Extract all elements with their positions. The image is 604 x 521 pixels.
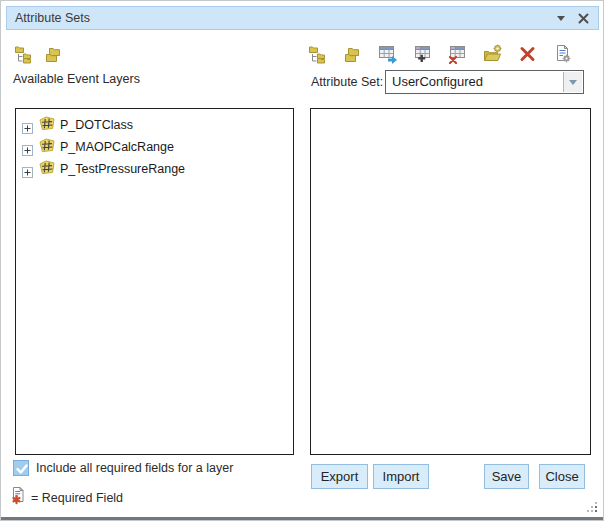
- required-field-icon: [10, 486, 26, 510]
- tree-row[interactable]: P_MAOPCalcRange: [16, 136, 293, 158]
- event-layer-icon: [39, 160, 55, 179]
- chevron-down-icon: [569, 80, 577, 85]
- tree-label[interactable]: P_MAOPCalcRange: [60, 140, 174, 154]
- table-remove-icon[interactable]: [448, 44, 468, 64]
- delete-x-icon[interactable]: [518, 44, 538, 64]
- include-required-checkbox[interactable]: [13, 460, 29, 476]
- properties-gear-icon[interactable]: [553, 44, 573, 64]
- expand-all-tree-icon[interactable]: [308, 44, 328, 64]
- plus-expander-icon[interactable]: [22, 120, 33, 131]
- table-add-icon[interactable]: [413, 44, 433, 64]
- attribute-set-contents-panel[interactable]: [310, 108, 591, 455]
- available-event-layers-panel[interactable]: P_DOTClass P_MAOPCalcRange P_TestPress: [15, 108, 294, 455]
- event-layer-icon: [39, 138, 55, 157]
- expand-all-tree-icon[interactable]: [14, 44, 34, 64]
- attribute-set-combobox[interactable]: UserConfigured: [385, 70, 584, 94]
- tree-label[interactable]: P_TestPressureRange: [60, 162, 185, 176]
- open-folder-new-icon[interactable]: [483, 44, 503, 64]
- available-event-layers-label: Available Event Layers: [13, 72, 140, 86]
- dialog-title: Attribute Sets: [7, 11, 90, 25]
- event-layer-tree: P_DOTClass P_MAOPCalcRange P_TestPress: [16, 109, 293, 180]
- close-button[interactable]: Close: [539, 464, 585, 489]
- plus-expander-icon[interactable]: [22, 142, 33, 153]
- attribute-sets-dialog: Attribute Sets: [0, 0, 604, 521]
- tree-label[interactable]: P_DOTClass: [60, 118, 133, 132]
- import-button[interactable]: Import: [373, 464, 429, 489]
- collapse-caret-icon[interactable]: [552, 7, 570, 29]
- tree-row[interactable]: P_TestPressureRange: [16, 158, 293, 180]
- resize-grip[interactable]: [587, 502, 599, 514]
- event-layer-icon: [39, 116, 55, 135]
- export-button[interactable]: Export: [311, 464, 368, 489]
- required-field-legend: = Required Field: [10, 486, 123, 510]
- checkmark-icon: [15, 462, 29, 476]
- include-required-fields-row[interactable]: Include all required fields for a layer: [13, 460, 233, 476]
- tree-row[interactable]: P_DOTClass: [16, 114, 293, 136]
- save-button[interactable]: Save: [484, 464, 529, 489]
- required-field-legend-text: = Required Field: [31, 491, 123, 505]
- attribute-set-value: UserConfigured: [386, 71, 583, 93]
- plus-expander-icon[interactable]: [22, 164, 33, 175]
- combobox-dropdown-button[interactable]: [563, 72, 582, 92]
- close-icon[interactable]: [574, 7, 592, 29]
- collapse-all-folders-icon[interactable]: [343, 44, 363, 64]
- include-required-label: Include all required fields for a layer: [36, 461, 233, 475]
- titlebar[interactable]: Attribute Sets: [6, 6, 599, 30]
- collapse-all-folders-icon[interactable]: [44, 44, 64, 64]
- table-export-icon[interactable]: [378, 44, 398, 64]
- attribute-set-label: Attribute Set:: [311, 75, 383, 89]
- window-bottom-edge: [1, 517, 603, 520]
